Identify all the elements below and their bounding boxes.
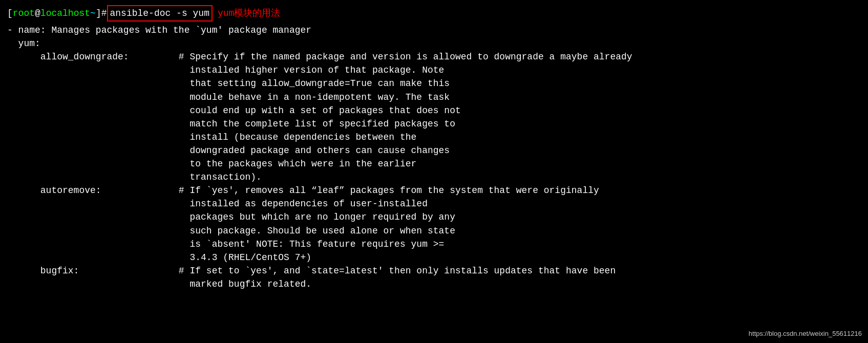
prompt-at: @ — [35, 7, 40, 20]
comment-label: yum模块的用法 — [218, 7, 280, 20]
bracket-open: [ — [7, 7, 13, 20]
output-line-15: packages but which are no longer require… — [7, 210, 861, 224]
terminal-window: [root@localhost ~]# ansible-doc -s yumyu… — [0, 0, 868, 343]
prompt-hash: # — [101, 7, 107, 20]
prompt-user: root — [13, 7, 35, 20]
output-line-11: to the packages which were in the earlie… — [7, 157, 861, 170]
output-line-16: such package. Should be used alone or wh… — [7, 224, 861, 238]
command-text: ansible-doc -s yum — [107, 5, 213, 22]
output-line-3: allow_downgrade: # Specify if the named … — [7, 50, 861, 63]
output-line-10: downgraded package and others can cause … — [7, 144, 861, 157]
output-line-6: module behave in a non-idempotent way. T… — [7, 91, 861, 104]
prompt-dir: ~ — [90, 7, 96, 20]
output-line-18: 3.4.3 (RHEL/CentOS 7+) — [7, 251, 861, 264]
output-line-13: autoremove: # If `yes', removes all “lea… — [7, 184, 861, 197]
output-line-9: install (because dependencies between th… — [7, 131, 861, 144]
output-line-4: installed higher version of that package… — [7, 63, 861, 77]
prompt-line: [root@localhost ~]# ansible-doc -s yumyu… — [7, 5, 861, 22]
bracket-close: ] — [96, 7, 101, 20]
output-line-8: match the complete list of specified pac… — [7, 117, 861, 131]
output-line-2: yum: — [7, 37, 861, 50]
output-line-20: marked bugfix related. — [7, 277, 861, 291]
watermark: https://blog.csdn.net/weixin_55611216 — [749, 329, 862, 339]
output-line-12: transaction). — [7, 170, 861, 184]
output-line-1: - name: Manages packages with the `yum' … — [7, 24, 861, 37]
output-line-14: installed as dependencies of user-instal… — [7, 197, 861, 210]
output-line-19: bugfix: # If set to `yes', and `state=la… — [7, 264, 861, 277]
output-line-17: is `absent' NOTE: This feature requires … — [7, 238, 861, 251]
output-line-5: that setting allow_downgrade=True can ma… — [7, 77, 861, 90]
prompt-host: localhost — [40, 7, 90, 20]
output-line-7: could end up with a set of packages that… — [7, 104, 861, 117]
